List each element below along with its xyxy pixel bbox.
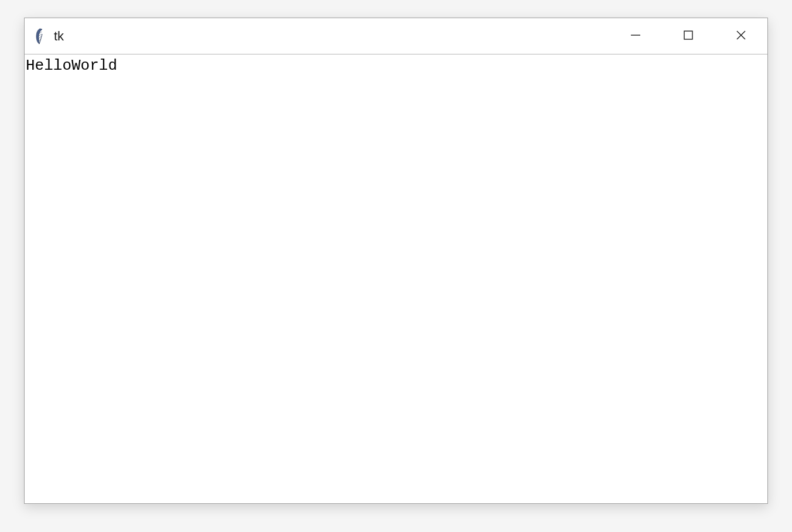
minimize-button[interactable] bbox=[609, 18, 662, 54]
window-title: tk bbox=[54, 29, 64, 44]
svg-rect-1 bbox=[684, 31, 692, 39]
close-button[interactable] bbox=[715, 18, 767, 54]
title-bar-left: tk bbox=[33, 28, 64, 45]
close-icon bbox=[735, 29, 747, 43]
window-controls bbox=[609, 18, 767, 54]
feather-icon bbox=[33, 28, 47, 45]
maximize-icon bbox=[682, 29, 694, 43]
maximize-button[interactable] bbox=[662, 18, 715, 54]
title-bar[interactable]: tk bbox=[25, 18, 767, 54]
hello-label: HelloWorld bbox=[26, 57, 117, 74]
minimize-icon bbox=[630, 29, 641, 43]
client-area: HelloWorld bbox=[25, 54, 767, 503]
app-window: tk bbox=[24, 18, 768, 504]
